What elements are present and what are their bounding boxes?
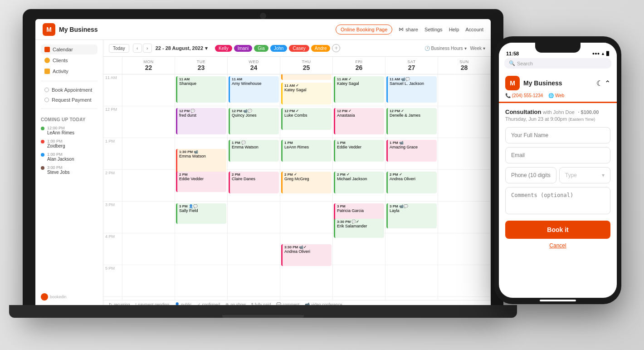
day-cell[interactable]: 10:30 AM Billy Jones 11 AM ✓ Katey Sagal: [280, 74, 332, 106]
appointment[interactable]: 11 AM 📹💬 Samuel L. Jackson: [386, 76, 437, 103]
appointment[interactable]: 3:30 PM 📹✓ Andrea Oliveri: [281, 244, 332, 266]
appointment[interactable]: 3 PM 👤💬 Sally Field: [176, 203, 226, 224]
book-appointment-action[interactable]: Book Appointment: [35, 85, 103, 95]
staff-tag-kelly[interactable]: Kelly: [215, 45, 232, 52]
day-cell[interactable]: 12 PM 📹💬 Quincy Jones: [228, 106, 280, 138]
day-cell[interactable]: 12 PM 💬 fred durst: [175, 106, 227, 138]
day-cell[interactable]: 3:30 PM 📹✓ Andrea Oliveri: [280, 233, 332, 265]
appointment[interactable]: 11 AM Shanique: [176, 76, 226, 103]
time-slot: 3 PM: [103, 202, 122, 233]
next-arrow[interactable]: ›: [143, 44, 152, 53]
appointment[interactable]: 1 PM LeAnn Rimes: [281, 140, 332, 162]
sidebar-item-activity[interactable]: Activity: [41, 66, 98, 76]
day-cell[interactable]: 11 AM 📹💬 Samuel L. Jackson: [385, 74, 438, 106]
day-cell[interactable]: 11 AM ✓ Katey Sagal: [333, 74, 385, 106]
day-col-sat: 11 AM 📹💬 Samuel L. Jackson 12 PM ✓ Denel…: [385, 74, 438, 300]
phone-number-link[interactable]: (204) 555-1234: [512, 93, 543, 98]
day-cell[interactable]: 2 PM ✓ Michael Jackson: [333, 170, 385, 202]
day-cell[interactable]: 2 PM Eddie Vedder: [175, 170, 227, 202]
day-cell: [438, 265, 490, 297]
phone-type-select[interactable]: Type ▾: [559, 167, 610, 183]
account-nav[interactable]: Account: [465, 27, 483, 32]
time-header: [103, 57, 122, 74]
share-button[interactable]: ⋈ share: [399, 26, 418, 32]
day-cell: [228, 233, 280, 265]
cancel-button[interactable]: Cancel: [505, 242, 610, 249]
calendar-toolbar: Today ‹ › 22 - 28 August, 2022 ▾ Kelly I…: [103, 40, 491, 57]
day-cell[interactable]: 3 PM 👤💬 Sally Field: [175, 202, 227, 233]
appointment[interactable]: 11 AM Amy Winehouse: [229, 76, 279, 103]
appointment[interactable]: 12 PM ✓ Luke Combs: [281, 108, 332, 130]
appointment[interactable]: 12 PM 📹💬 Quincy Jones: [229, 108, 279, 134]
day-header-sun: SUN 28: [438, 57, 491, 74]
appointment[interactable]: 1 PM 📹 Amazing Grace: [386, 140, 437, 162]
day-cell[interactable]: 1 PM LeAnn Rimes: [280, 138, 332, 170]
appointment[interactable]: 11 AM ✓ Katey Sagal: [334, 76, 384, 103]
prev-arrow[interactable]: ‹: [133, 44, 142, 53]
day-cell[interactable]: 1 PM 📹 Amazing Grace: [385, 138, 438, 170]
expand-button[interactable]: ⌃: [605, 79, 610, 88]
website-link[interactable]: Web: [555, 93, 564, 98]
staff-tag-imani[interactable]: Imani: [234, 45, 252, 52]
day-cell: [385, 233, 438, 265]
day-cell[interactable]: 3 PM 📹💬 Layla: [385, 202, 438, 233]
appointment[interactable]: 2 PM ✓ Michael Jackson: [334, 172, 384, 193]
appointment[interactable]: 11 AM ✓ Katey Sagal: [281, 83, 332, 104]
sidebar-item-calendar[interactable]: Calendar: [41, 44, 98, 54]
request-payment-action[interactable]: Request Payment: [35, 95, 103, 105]
staff-tag-andre[interactable]: Andre: [311, 45, 331, 52]
week-view-button[interactable]: Week ▾: [470, 46, 485, 51]
day-cell: [175, 233, 227, 265]
staff-tag-casey[interactable]: Casey: [289, 45, 309, 52]
phone-search-bar[interactable]: 🔍 Search: [504, 58, 611, 69]
day-cell[interactable]: 1:30 PM 📹 Emma Watson: [175, 138, 227, 170]
settings-nav[interactable]: Settings: [424, 27, 443, 32]
appointment[interactable]: 1 PM 💬 Emma Watson: [229, 140, 279, 162]
appointment[interactable]: 1 PM Eddie Vedder: [334, 140, 384, 162]
phone-business-header: M My Business ☾ ⌃ 📞 (204) 555-1234 🌐 Web: [499, 71, 617, 103]
email-input[interactable]: [505, 147, 610, 163]
coming-up-item: 1:00 PM Zoidberg: [41, 139, 98, 148]
appointment[interactable]: 12 PM 💬 fred durst: [176, 108, 226, 134]
day-cell[interactable]: 12 PM ✓ Anastasia: [333, 106, 385, 138]
theme-toggle-button[interactable]: ☾: [596, 79, 603, 88]
online-booking-button[interactable]: Online Booking Page: [336, 25, 392, 35]
staff-tag-gia[interactable]: Gia: [254, 45, 268, 52]
appointment[interactable]: 2 PM Claire Danes: [229, 172, 279, 193]
appointment[interactable]: 2 PM ✓ Andrea Oliveri: [386, 172, 437, 193]
day-cell[interactable]: 2 PM ✓ Greg McGreg: [280, 170, 332, 202]
appointment[interactable]: 3 PM 📹💬 Layla: [386, 203, 437, 228]
day-cell[interactable]: 12 PM ✓ Denelle & James: [385, 106, 438, 138]
day-header-sat: SAT 27: [385, 57, 438, 74]
day-cell[interactable]: 1 PM 💬 Emma Watson: [228, 138, 280, 170]
dot-brown: [41, 166, 44, 170]
today-button[interactable]: Today: [109, 44, 129, 53]
book-it-button[interactable]: Book it: [505, 221, 610, 239]
appointment[interactable]: 2 PM Eddie Vedder: [176, 172, 226, 192]
time-column: 11 AM 12 PM 1 PM 2 PM 3 PM 4 PM 5 PM: [103, 74, 122, 300]
comments-input[interactable]: [505, 187, 610, 214]
day-cell[interactable]: 1 PM Eddie Vedder: [333, 138, 385, 170]
day-cell[interactable]: 2 PM ✓ Andrea Oliveri: [385, 170, 438, 202]
business-hours-button[interactable]: 🕐 Business Hours ▾: [424, 46, 467, 51]
date-range[interactable]: 22 - 28 August, 2022 ▾: [156, 45, 208, 51]
appointment[interactable]: 12 PM ✓ Anastasia: [334, 108, 384, 134]
staff-tag-john[interactable]: John: [270, 45, 288, 52]
day-cell[interactable]: 3 PM Patricia Garcia 3:30 PM 💬✓ Erik Sal…: [333, 202, 385, 233]
day-cell: [438, 74, 490, 106]
day-cell[interactable]: 11 AM Shanique: [175, 74, 227, 106]
appointment[interactable]: 2 PM ✓ Greg McGreg: [281, 172, 332, 193]
nav-arrows: ‹ ›: [133, 44, 152, 53]
add-staff-button[interactable]: +: [332, 44, 340, 52]
sidebar-item-clients[interactable]: Clients: [41, 55, 98, 65]
phone-status-icons: ●●● ▲ ▉: [592, 51, 610, 56]
day-cell[interactable]: 12 PM ✓ Luke Combs: [280, 106, 332, 138]
day-cell[interactable]: 2 PM Claire Danes: [228, 170, 280, 202]
appointment[interactable]: 12 PM ✓ Denelle & James: [386, 108, 437, 134]
day-cell[interactable]: 11 AM Amy Winehouse: [228, 74, 280, 106]
phone-input[interactable]: [505, 167, 556, 183]
day-cell: [438, 170, 490, 202]
full-name-input[interactable]: [505, 127, 610, 143]
day-header-wed: WED 24: [228, 57, 280, 74]
help-nav[interactable]: Help: [449, 27, 459, 32]
